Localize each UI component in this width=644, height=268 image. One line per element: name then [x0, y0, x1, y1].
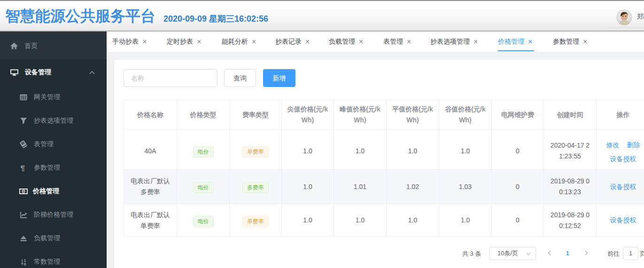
svg-text:9: 9 [24, 262, 26, 266]
svg-text:¶: ¶ [21, 164, 25, 172]
